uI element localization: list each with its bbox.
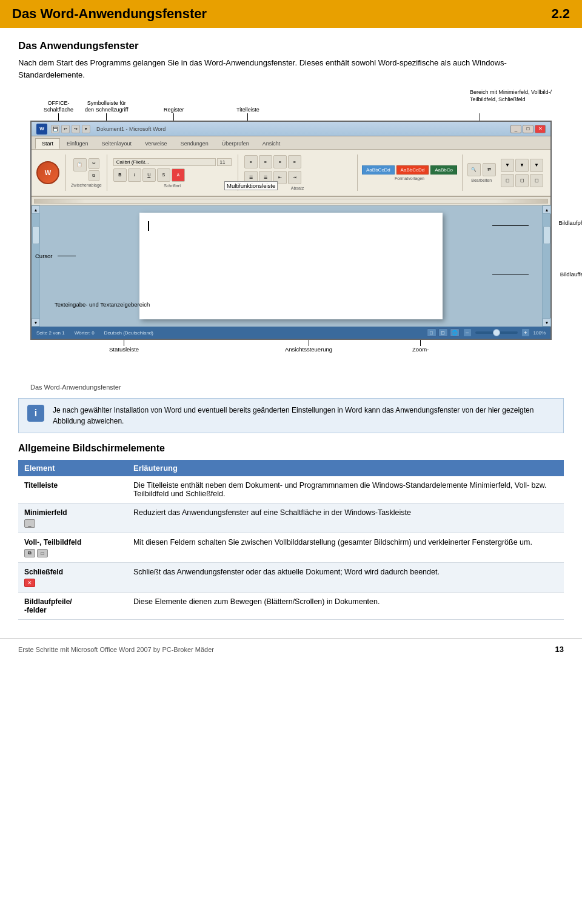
labels-below-screenshot: Statusleiste Ansichtssteuerung Zoom- (30, 340, 552, 362)
element-name-schliessfeld: Schließfeld (24, 568, 63, 576)
tab-ueberpruefung[interactable]: Überprüfen (215, 138, 256, 149)
style-heading1[interactable]: AaBbCcDd (362, 165, 395, 174)
table-row: Schließfeld ✕ Schließt das Anwendungsfen… (18, 563, 564, 593)
office-button-area: W (36, 161, 59, 184)
ruler-bar (34, 199, 548, 204)
tab-ansicht[interactable]: Ansicht (256, 138, 287, 149)
scroll-up-left[interactable]: ▲ (32, 205, 40, 214)
maximize-button[interactable]: □ (523, 125, 534, 133)
main-content: Das Anwendungsfenster Nach dem Start des… (0, 28, 582, 632)
label-bildlauffeld-right: Bildlauffeld (560, 271, 582, 278)
left-scrollbar: ▲ ▼ (32, 205, 40, 327)
element-name-bildlaufpfeile: Bildlaufpfeile/-felder (24, 597, 72, 614)
italic-btn[interactable]: I (128, 168, 141, 182)
font-size-input[interactable]: 11 (217, 158, 232, 166)
ribbon-extra-2[interactable]: ▼ (515, 159, 529, 172)
minimize-button[interactable]: _ (510, 125, 521, 133)
zoom-slider-thumb[interactable] (493, 329, 500, 336)
word-page (139, 213, 443, 319)
status-pages: Seite 2 von 1 (36, 330, 65, 336)
table-row: Titelleiste Die Titelleiste enthält nebe… (18, 476, 564, 504)
quick-undo-btn[interactable]: ↩ (61, 125, 70, 133)
element-name-minimierfeld: Minimierfeld (24, 508, 67, 517)
ribbon-extra-1[interactable]: ▼ (501, 159, 514, 172)
zoom-slider[interactable] (475, 331, 518, 334)
element-desc-vollbild: Mit diesen Feldern schalten Sie zwischen… (127, 533, 564, 563)
tab-einfuegen[interactable]: Einfügen (60, 138, 95, 149)
label-office-schaltflaeche: OFFICE-Schaltfläche (44, 100, 73, 121)
group-label-formatvorlagen: Formatvorlagen (395, 176, 424, 181)
word-logo: W (36, 124, 47, 135)
view-web-btn[interactable]: 🌐 (450, 328, 460, 337)
zoom-out-btn[interactable]: – (463, 328, 472, 337)
view-normal-btn[interactable]: □ (427, 328, 436, 337)
indent-inc-btn[interactable]: ⇥ (288, 171, 301, 184)
quick-extra-btn[interactable]: ▾ (82, 125, 90, 133)
diagram-section: OFFICE-Schaltfläche Symbolleiste fürden … (18, 89, 564, 362)
element-desc-minimierfeld: Reduziert das Anwendungsfenster auf eine… (127, 504, 564, 533)
group-label-zwischenablage: Zwischenablage (71, 183, 102, 187)
tab-start[interactable]: Start (35, 138, 60, 149)
font-name-input[interactable]: Calibri (Fließt... (113, 158, 216, 166)
text-cursor (148, 221, 149, 231)
copy-btn[interactable]: ⧉ (89, 170, 99, 181)
tab-sendungen[interactable]: Sendungen (174, 138, 215, 149)
cut-btn[interactable]: ✂ (89, 158, 99, 169)
ribbon-tabs: Start Einfügen Seitenlayout Verweise Sen… (32, 136, 550, 150)
ribbon-group-bearbeiten: 🔍 ⇄ Bearbeiten (466, 162, 497, 184)
ribbon-sep-2 (107, 155, 107, 191)
ribbon-extra-6[interactable]: ◻ (530, 174, 543, 187)
style-heading3[interactable]: AaBbCo (430, 165, 457, 174)
view-full-btn[interactable]: ⊡ (438, 328, 448, 337)
label-symbolleiste: Symbolleiste fürden Schnellzugriff (85, 100, 128, 121)
paste-btn[interactable]: 📋 (73, 158, 87, 171)
group-label-bearbeiten: Bearbeiten (471, 178, 492, 182)
tab-verweise[interactable]: Verweise (138, 138, 174, 149)
status-words: Wörter: 0 (75, 330, 95, 336)
ribbon-sep-1 (65, 155, 66, 191)
replace-btn[interactable]: ⇄ (483, 163, 496, 176)
align-left-btn[interactable]: ≡ (244, 155, 258, 168)
bold-btn[interactable]: B (113, 168, 127, 182)
label-titelleiste: Titelleiste (236, 107, 259, 121)
strikethrough-btn[interactable]: S (157, 168, 170, 182)
ribbon-extra-3[interactable]: ▼ (530, 159, 543, 172)
label-bereich-minimierfeld: Bereich mit Minimierfeld, Vollbild-/Teil… (470, 89, 552, 103)
scroll-down-left[interactable]: ▼ (32, 318, 40, 327)
table-row: Minimierfeld _ Reduziert das Anwendungsf… (18, 504, 564, 533)
diagram-caption: Das Word-Anwendungsfenster (30, 384, 564, 391)
scroll-down-right[interactable]: ▼ (543, 318, 551, 327)
office-button[interactable]: W (36, 161, 59, 184)
ribbon-group-zwischenablage: 📋 ✂ ⧉ Zwischenablage (70, 157, 103, 188)
scroll-up-right[interactable]: ▲ (543, 205, 551, 214)
table-row: Voll-, Teilbildfeld ⧉ □ Mit diesen Felde… (18, 533, 564, 563)
underline-btn[interactable]: U (142, 168, 156, 182)
info-box: i Je nach gewählter Installation von Wor… (18, 398, 564, 433)
maximize-icon: □ (37, 549, 48, 557)
quick-save-btn[interactable]: 💾 (51, 125, 59, 133)
info-icon: i (27, 405, 44, 422)
quick-redo-btn[interactable]: ↪ (72, 125, 80, 133)
find-btn[interactable]: 🔍 (467, 163, 481, 176)
elements-table: Element Erläuterung Titelleiste Die Tite… (18, 460, 564, 620)
zoom-percentage: 100% (534, 330, 546, 336)
zoom-in-btn[interactable]: + (521, 328, 530, 337)
close-button[interactable]: ✕ (535, 125, 546, 133)
status-bar: Seite 2 von 1 Wörter: 0 Deutsch (Deutsch… (32, 327, 550, 339)
align-center-btn[interactable]: ≡ (259, 155, 272, 168)
element-name-titelleiste: Titelleiste (24, 481, 58, 490)
align-right-btn[interactable]: ≡ (273, 155, 287, 168)
tab-seitenlayout[interactable]: Seitenlayout (95, 138, 139, 149)
footer-text: Erste Schritte mit Microsoft Office Word… (18, 646, 214, 653)
style-heading2[interactable]: AaBbCcDd (396, 165, 429, 174)
justify-btn[interactable]: ≡ (288, 155, 301, 168)
close-icon: ✕ (24, 579, 35, 587)
ribbon-body: W 📋 ✂ ⧉ Zwischenablage (32, 150, 550, 197)
minimize-icon: _ (24, 519, 35, 528)
ribbon-group-formatvorlagen: AaBbCcDd AaBbCcDd AaBbCo Formatvorlagen (361, 164, 458, 182)
ribbon-extra-5[interactable]: ◻ (515, 174, 529, 187)
group-label-absatz: Absatz (291, 186, 304, 190)
status-lang: Deutsch (Deutschland) (104, 330, 153, 336)
font-color-btn[interactable]: A (172, 168, 185, 182)
ribbon-extra-4[interactable]: ◻ (501, 174, 514, 187)
